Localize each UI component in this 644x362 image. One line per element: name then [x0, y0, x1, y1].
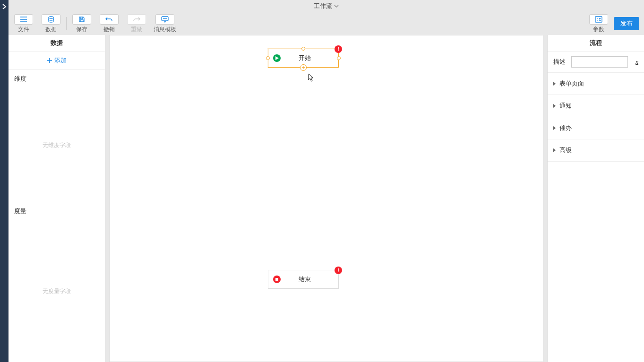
undo-icon — [105, 17, 113, 22]
redo-button: 重做 — [126, 14, 147, 34]
connector-left[interactable] — [266, 56, 270, 60]
page-title: 工作流 — [314, 2, 332, 10]
params-button[interactable]: 参数 — [588, 14, 609, 34]
alert-icon[interactable]: ! — [335, 267, 342, 274]
section-notification[interactable]: 通知 — [548, 95, 644, 117]
toolbar-separator — [66, 17, 67, 30]
section-reminder[interactable]: 催办 — [548, 117, 644, 139]
start-node[interactable]: + ! 开始 — [268, 49, 339, 68]
menu-icon — [20, 16, 27, 23]
measure-empty: 无度量字段 — [9, 220, 105, 362]
save-icon — [78, 16, 85, 23]
params-icon — [595, 16, 602, 23]
svg-rect-3 — [275, 278, 278, 281]
section-form-page[interactable]: 表单页面 — [548, 72, 644, 95]
cursor-icon — [308, 73, 315, 83]
publish-button[interactable]: 发布 — [614, 17, 639, 30]
alert-icon[interactable]: ! — [335, 45, 342, 53]
chevron-right-icon — [553, 82, 556, 86]
svg-rect-2 — [595, 17, 602, 22]
chevron-down-icon — [334, 4, 339, 9]
chevron-right-icon — [553, 126, 556, 130]
data-panel: 数据 添加 维度 无维度字段 度量 无度量字段 — [9, 35, 105, 362]
description-row: 描述 x — [548, 52, 644, 72]
chevron-right-icon — [553, 148, 556, 152]
play-icon — [273, 54, 281, 62]
title-dropdown[interactable]: 工作流 — [314, 2, 339, 10]
stop-icon — [273, 276, 281, 283]
formula-button[interactable]: x — [635, 58, 638, 66]
message-template-button[interactable]: 消息模板 — [154, 14, 176, 34]
dimension-label: 维度 — [9, 70, 105, 88]
message-icon — [161, 16, 169, 23]
file-button[interactable]: 文件 — [13, 14, 34, 34]
redo-icon — [133, 17, 140, 22]
properties-panel: 流程 描述 x 表单页面 通知 催办 高级 — [547, 35, 644, 362]
dimension-section: 维度 无维度字段 — [9, 70, 105, 202]
section-advanced[interactable]: 高级 — [548, 139, 644, 162]
description-label: 描述 — [553, 58, 566, 66]
connector-right[interactable] — [337, 56, 341, 60]
chevron-right-icon — [553, 104, 556, 108]
description-input[interactable] — [571, 56, 628, 68]
add-data-button[interactable]: 添加 — [9, 52, 105, 70]
data-panel-header: 数据 — [9, 35, 105, 52]
add-node-below-button[interactable]: + — [300, 64, 307, 71]
expand-sidebar-button[interactable] — [1, 4, 7, 11]
connector-top[interactable] — [301, 47, 305, 51]
svg-point-0 — [49, 17, 53, 18]
data-button[interactable]: 数据 — [41, 14, 61, 34]
title-bar: 工作流 — [9, 0, 644, 12]
undo-button[interactable]: 撤销 — [99, 14, 120, 34]
end-node-label: 结束 — [285, 275, 334, 284]
measure-section: 度量 无度量字段 — [9, 202, 105, 362]
dimension-empty: 无维度字段 — [9, 88, 105, 202]
properties-panel-header: 流程 — [548, 35, 644, 52]
left-rail — [0, 0, 9, 362]
database-icon — [48, 16, 54, 23]
toolbar: 文件 数据 保存 撤销 重做 消息模板 参数 发布 — [9, 12, 644, 35]
measure-label: 度量 — [9, 202, 105, 220]
start-node-label: 开始 — [285, 54, 334, 62]
workflow-canvas[interactable]: + ! 开始 ! 结束 — [109, 35, 543, 362]
save-button[interactable]: 保存 — [71, 14, 92, 34]
end-node[interactable]: ! 结束 — [268, 270, 339, 289]
plus-icon — [47, 58, 52, 63]
main-area: 数据 添加 维度 无维度字段 度量 无度量字段 + ! 开始 ! — [9, 35, 644, 362]
